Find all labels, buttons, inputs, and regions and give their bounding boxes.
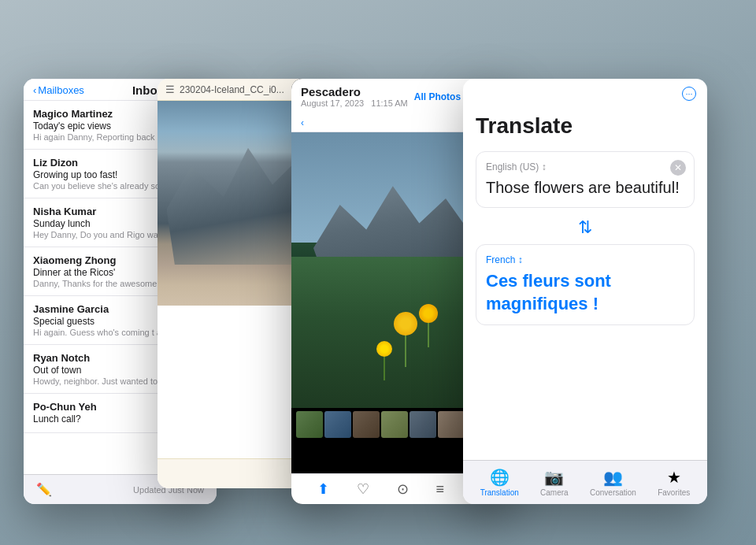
photos-adjust-icon[interactable]: ≡: [435, 481, 444, 498]
translate-content: Translate English (US) ↕ Those flowers a…: [463, 101, 707, 325]
photos-back-btn[interactable]: ‹: [301, 117, 304, 128]
translate-app-title: Translate: [476, 113, 695, 139]
translate-tab-conversation[interactable]: 👥 Conversation: [590, 468, 636, 497]
translate-source-text[interactable]: Those flowers are beautiful!: [486, 177, 684, 198]
translate-tab-camera[interactable]: 📷 Camera: [540, 468, 569, 497]
translate-more-button[interactable]: ···: [682, 87, 696, 101]
photos-location: Pescadero: [301, 85, 408, 98]
translate-tab-favorites-label: Favorites: [658, 488, 690, 497]
app-windows-container: ✉️ Mail Inbox ‹ Mailboxes Inbox Magico M…: [0, 0, 756, 545]
favorites-icon-tab: ★: [667, 468, 681, 487]
translate-source-lang[interactable]: English (US) ↕: [486, 161, 684, 172]
translate-tab-favorites[interactable]: ★ Favorites: [658, 468, 690, 497]
translate-source-section: English (US) ↕ Those flowers are beautif…: [476, 151, 695, 208]
photo-thumb-4[interactable]: [381, 411, 408, 438]
translate-tab-translation[interactable]: 🌐 Translation: [480, 468, 519, 497]
translate-icon-tab: 🌐: [490, 468, 510, 487]
photos-date: August 17, 2023 11:15 AM: [301, 98, 408, 108]
translate-footer-tabs: 🌐 Translation 📷 Camera 👥 Conversation ★ …: [463, 460, 707, 504]
mail-back-button[interactable]: ‹ Mailboxes: [33, 84, 84, 96]
photo-thumb-1[interactable]: [296, 411, 323, 438]
translate-tab-translation-label: Translation: [480, 488, 519, 497]
photos-all-button[interactable]: All Photos: [414, 91, 461, 102]
photo-thumb-2[interactable]: [324, 411, 351, 438]
translate-target-text: Ces fleurs sont magnifiques !: [486, 270, 684, 315]
photos-share-icon[interactable]: ⬆: [317, 480, 329, 498]
translate-target-lang[interactable]: French ↕: [486, 254, 684, 265]
translate-clear-button[interactable]: ✕: [670, 160, 686, 176]
translate-tab-conversation-label: Conversation: [590, 488, 636, 497]
mail-compose-icon[interactable]: ✏️: [36, 482, 52, 497]
photos-heart-icon[interactable]: ♡: [357, 480, 369, 498]
translate-swap-button[interactable]: ⇅: [476, 217, 695, 238]
photo-thumb-3[interactable]: [353, 411, 380, 438]
conversation-icon-tab: 👥: [603, 468, 623, 487]
photos-edit-icon[interactable]: ⊙: [397, 480, 409, 498]
camera-icon-tab: 📷: [544, 468, 564, 487]
translate-target-section: French ↕ Ces fleurs sont magnifiques !: [476, 244, 695, 325]
photo-thumb-6[interactable]: [438, 411, 465, 438]
translate-window: 🌐 Translate ··· Translate English (US) ↕…: [463, 79, 707, 504]
photo-thumb-5[interactable]: [410, 411, 436, 438]
translate-tab-camera-label: Camera: [540, 488, 569, 497]
translate-top-bar: ···: [463, 79, 707, 101]
